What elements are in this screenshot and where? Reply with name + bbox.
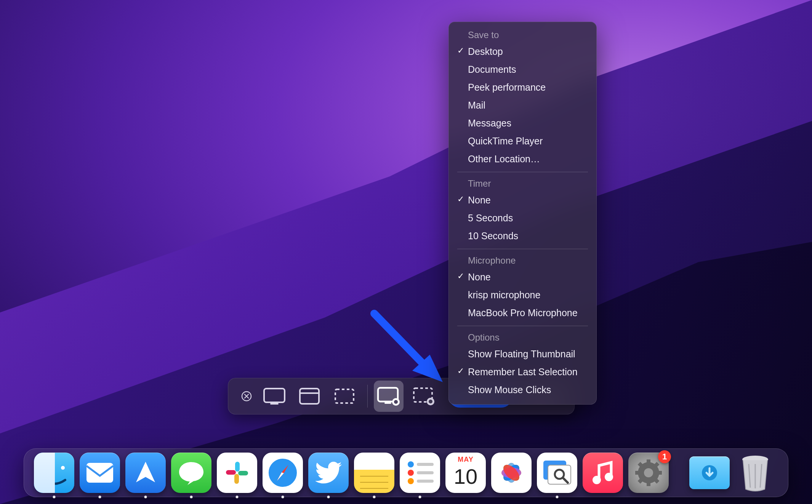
- svg-point-46: [605, 473, 613, 481]
- svg-point-16: [61, 466, 65, 470]
- record-selection-button[interactable]: [409, 381, 439, 412]
- preview-icon: [537, 453, 577, 493]
- dock-app-reminders[interactable]: [400, 453, 440, 493]
- menu-item[interactable]: Show Floating Thumbnail: [449, 345, 596, 363]
- downloads-folder-icon: [689, 456, 730, 489]
- dock-app-calendar[interactable]: MAY 10: [445, 453, 486, 493]
- menu-header: Save to: [449, 27, 596, 43]
- svg-point-45: [593, 476, 601, 484]
- window-icon: [299, 388, 320, 405]
- photos-icon: [491, 453, 532, 493]
- svg-point-15: [43, 466, 47, 470]
- svg-line-55: [654, 463, 658, 467]
- dock-app-notes[interactable]: [354, 453, 394, 493]
- svg-rect-30: [417, 471, 434, 474]
- mail-icon: [80, 453, 120, 493]
- dock-trash[interactable]: [735, 453, 775, 493]
- menu-item[interactable]: Show Mouse Clicks: [449, 381, 596, 399]
- calendar-day: 10: [445, 464, 486, 489]
- messages-icon: [171, 453, 211, 493]
- menu-item[interactable]: Peek performance: [449, 78, 596, 96]
- svg-rect-3: [300, 389, 319, 404]
- reminders-icon: [400, 453, 440, 493]
- menu-item[interactable]: None: [449, 268, 596, 286]
- svg-rect-5: [335, 389, 354, 403]
- capture-entire-screen-button[interactable]: [259, 381, 289, 412]
- dock-app-preview[interactable]: [537, 453, 577, 493]
- notification-badge: 1: [658, 450, 671, 463]
- menu-item[interactable]: Other Location…: [449, 150, 596, 168]
- svg-line-54: [654, 478, 658, 482]
- menu-item[interactable]: 5 Seconds: [449, 209, 596, 227]
- menu-item[interactable]: 10 Seconds: [449, 227, 596, 245]
- capture-selection-button[interactable]: [330, 381, 359, 412]
- safari-icon: [263, 453, 303, 493]
- svg-line-53: [639, 463, 643, 467]
- calendar-icon: MAY 10: [445, 453, 486, 493]
- dock-app-messages[interactable]: [171, 453, 211, 493]
- svg-rect-2: [270, 403, 279, 405]
- menu-item[interactable]: Messages: [449, 114, 596, 132]
- svg-rect-19: [238, 471, 248, 475]
- selection-record-icon: [413, 387, 435, 405]
- svg-rect-28: [417, 463, 434, 466]
- dock-app-music[interactable]: [583, 453, 623, 493]
- screen-record-icon: [377, 387, 400, 406]
- close-button[interactable]: [239, 381, 254, 412]
- twitter-icon: [308, 453, 349, 493]
- dock-app-safari[interactable]: [263, 453, 303, 493]
- calendar-month: MAY: [445, 456, 486, 464]
- menu-item[interactable]: krisp microphone: [449, 286, 596, 304]
- menu-item[interactable]: Documents: [449, 61, 596, 78]
- svg-rect-32: [417, 480, 434, 483]
- svg-point-48: [644, 468, 653, 477]
- dock-app-send[interactable]: [125, 453, 166, 493]
- trash-icon: [735, 453, 775, 493]
- menu-item[interactable]: Desktop: [449, 43, 596, 61]
- dock-downloads-folder[interactable]: [689, 453, 730, 493]
- dock-app-system-preferences[interactable]: 1: [628, 453, 669, 493]
- toolbar-divider: [367, 385, 368, 408]
- capture-window-button[interactable]: [295, 381, 324, 412]
- close-icon: [241, 390, 252, 402]
- desktop-wallpaper: [0, 0, 812, 504]
- svg-point-9: [394, 400, 398, 404]
- menu-header: Options: [449, 330, 596, 345]
- svg-point-31: [408, 478, 414, 484]
- svg-point-12: [429, 400, 432, 403]
- dock-app-mail[interactable]: [80, 453, 120, 493]
- menu-item[interactable]: QuickTime Player: [449, 132, 596, 150]
- svg-rect-17: [86, 463, 113, 483]
- dock-app-finder[interactable]: [34, 453, 74, 493]
- slack-icon: [217, 453, 257, 493]
- dock: MAY 10: [24, 448, 788, 497]
- menu-item[interactable]: Mail: [449, 96, 596, 114]
- menu-item[interactable]: None: [449, 191, 596, 209]
- svg-rect-1: [264, 389, 285, 402]
- menu-item[interactable]: MacBook Pro Microphone: [449, 304, 596, 322]
- screen-icon: [263, 388, 285, 405]
- menu-header: Timer: [449, 176, 596, 191]
- menu-divider: [457, 249, 588, 249]
- music-icon: [583, 453, 623, 493]
- selection-icon: [334, 388, 355, 404]
- finder-icon: [34, 453, 74, 493]
- svg-point-27: [408, 461, 414, 467]
- paper-plane-icon: [125, 453, 166, 493]
- menu-divider: [457, 172, 588, 172]
- dock-app-photos[interactable]: [491, 453, 532, 493]
- svg-rect-7: [384, 402, 391, 404]
- menu-item[interactable]: Remember Last Selection: [449, 363, 596, 381]
- notes-icon: [354, 453, 394, 493]
- svg-rect-20: [234, 474, 239, 484]
- svg-rect-18: [235, 462, 240, 472]
- svg-line-56: [639, 478, 643, 482]
- record-entire-screen-button[interactable]: [374, 381, 404, 412]
- menu-header: Microphone: [449, 253, 596, 268]
- dock-app-slack[interactable]: [217, 453, 257, 493]
- options-menu: Save toDesktopDocumentsPeek performanceM…: [448, 22, 597, 405]
- dock-app-twitter[interactable]: [308, 453, 349, 493]
- menu-divider: [457, 326, 588, 326]
- svg-point-29: [408, 470, 414, 476]
- svg-rect-21: [226, 470, 236, 475]
